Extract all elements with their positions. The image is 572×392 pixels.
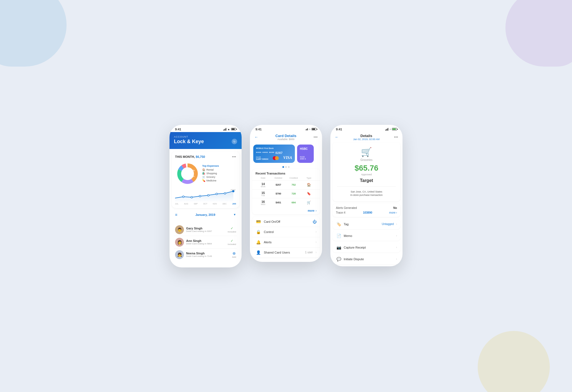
card-holder: GARY SINGH bbox=[256, 158, 268, 160]
card-detail-subtitle: Available: $889 bbox=[275, 138, 297, 141]
status-neena: ⊕ Add bbox=[232, 251, 236, 258]
trace-more-button[interactable]: more › bbox=[389, 211, 397, 214]
secondary-card-date: 01/22 bbox=[300, 156, 311, 158]
carousel-dot-3[interactable] bbox=[288, 166, 290, 168]
details-title: Details bbox=[353, 134, 379, 138]
more-dots-3[interactable]: ••• bbox=[394, 135, 398, 139]
memo-icon: 📄 bbox=[336, 234, 341, 238]
svg-text:2019: 2019 bbox=[231, 189, 236, 191]
account-info-ann: Ann Singh Debit Card ending in 5864 bbox=[186, 239, 226, 245]
svg-point-13 bbox=[207, 194, 209, 196]
donut-chart-area: 40% 20% 22% 8% 7% Top Expenses 🏠 Rental … bbox=[175, 161, 236, 186]
signal-icon-2 bbox=[306, 128, 308, 130]
status-label-gary: Included bbox=[228, 231, 236, 233]
nav-calendar-icon: ≡ bbox=[175, 213, 177, 217]
account-name: Lock & Keye bbox=[174, 139, 204, 145]
initiate-dispute-label: Initiate Dispute bbox=[344, 257, 394, 261]
time-1: 9:41 bbox=[175, 128, 181, 131]
shared-users-value: 1 user bbox=[305, 251, 313, 254]
carousel-dot-2[interactable] bbox=[285, 166, 287, 168]
legend-shopping: 🛍️ Shopping bbox=[202, 172, 236, 175]
secondary-card-bank: HSBC bbox=[300, 147, 311, 150]
background-blob-tr bbox=[505, 0, 572, 67]
capture-receipt-icon: 📷 bbox=[336, 245, 341, 250]
avatar-ann: 👩 bbox=[175, 238, 184, 247]
trans-row-2: 15 TUE $790 728 🔖 bbox=[252, 189, 320, 198]
detail-row-capture-receipt[interactable]: 📷 Capture Receipt › bbox=[333, 242, 400, 252]
trans-date-2: 15 TUE bbox=[255, 191, 271, 196]
menu-shared-users[interactable]: 👤 Shared Card Users 1 user › bbox=[252, 247, 320, 257]
nav-month-label: January, 2019 bbox=[195, 213, 215, 216]
monthly-dots-menu[interactable]: ••• bbox=[232, 155, 236, 159]
detail-row-initiate-dispute[interactable]: 💬 Initiate Dispute › bbox=[333, 254, 400, 264]
donut-chart: 40% 20% 22% 8% 7% bbox=[175, 161, 200, 186]
check-icon-ann: ✓ bbox=[231, 239, 233, 243]
detail-row-memo[interactable]: 📄 Memo › bbox=[333, 231, 400, 241]
back-button-2[interactable]: ← bbox=[254, 135, 258, 139]
account-list: 👨 Gary Singh Debit Card ending in 0287 ✓… bbox=[172, 221, 239, 263]
battery-icon bbox=[231, 128, 236, 130]
tag-value: Untagged bbox=[382, 222, 394, 226]
transaction-status: Approved bbox=[337, 173, 396, 176]
status-icons-2: ⌂ bbox=[306, 128, 317, 130]
card-menu-list: 💳 Card On/Off ⏻ 🔒 Control › 🔔 Alerts › 👤… bbox=[252, 217, 320, 257]
transaction-amount: $65.76 bbox=[337, 164, 396, 173]
shared-users-icon: 👤 bbox=[255, 250, 261, 255]
trans-debit-3: $451 bbox=[271, 201, 286, 204]
tag-label: Tag bbox=[344, 222, 379, 226]
transactions-title: Recent Transactions bbox=[252, 169, 320, 177]
shared-users-label: Shared Card Users bbox=[264, 251, 302, 254]
trans-credit-2: 728 bbox=[286, 192, 301, 195]
phone-details: 9:41 ⌂ ← Details Jan 02, 2019, 02:00 AM … bbox=[330, 125, 403, 266]
status-bar-1: 9:41 ▲ bbox=[169, 125, 242, 132]
trans-type-3: 🛒 bbox=[301, 201, 317, 204]
signal-icon-3 bbox=[385, 128, 388, 131]
chart-legend: Top Expenses 🏠 Rental 🛍️ Shopping 🛒 Groc… bbox=[202, 165, 236, 183]
transactions-more-button[interactable]: more › bbox=[252, 207, 320, 214]
top-expenses-label: Top Expenses bbox=[202, 165, 236, 167]
time-3: 9:41 bbox=[336, 128, 342, 131]
alerts-section: Alerts Generated No Trace #: 103890 more… bbox=[333, 204, 400, 217]
carousel-dot-1[interactable] bbox=[282, 166, 284, 168]
status-label-ann: Included bbox=[228, 243, 236, 246]
detail-action-list: 🏷️ Tag Untagged › 📄 Memo › 📷 Capture Rec… bbox=[333, 219, 400, 264]
alerts-label: Alerts bbox=[264, 241, 313, 244]
trace-value: 103890 bbox=[363, 211, 372, 214]
capture-receipt-label: Capture Receipt bbox=[344, 246, 394, 249]
detail-row-tag[interactable]: 🏷️ Tag Untagged › bbox=[333, 219, 400, 229]
status-icons-1: ▲ bbox=[223, 128, 236, 131]
transactions-section: Recent Transactions Date Debited Credite… bbox=[252, 169, 320, 214]
status-bar-3: 9:41 ⌂ bbox=[330, 125, 403, 132]
status-ann: ✓ Included bbox=[228, 239, 236, 246]
alerts-generated-row: Alerts Generated No bbox=[336, 206, 397, 209]
tag-icon: 🏷️ bbox=[336, 222, 341, 226]
background-blob-br bbox=[478, 331, 550, 392]
trans-debit-2: $790 bbox=[271, 192, 286, 195]
nav-chevron-icon[interactable]: ▼ bbox=[233, 213, 236, 216]
svg-point-14 bbox=[216, 193, 217, 195]
control-label: Control bbox=[264, 230, 313, 234]
monthly-title: THIS MONTH, $6,750 bbox=[175, 155, 205, 158]
transaction-location: San Jose, CA, United States In-store pur… bbox=[337, 190, 396, 197]
account-info-neena: Neena Singh Debit Card ending in 7149 bbox=[186, 252, 230, 257]
more-dots-2[interactable]: ••• bbox=[313, 135, 318, 139]
back-button-3[interactable]: ← bbox=[335, 135, 339, 139]
menu-alerts[interactable]: 🔔 Alerts › bbox=[252, 237, 320, 247]
month-navigator[interactable]: ≡ January, 2019 ▼ bbox=[172, 210, 239, 219]
phones-container: 9:41 ▲ ACCOUNT Lock & Keye ↻ bbox=[169, 125, 403, 267]
toggle-power-icon[interactable]: ⏻ bbox=[313, 219, 317, 224]
refresh-icon[interactable]: ↻ bbox=[232, 139, 237, 144]
trans-date-1: 14 MON bbox=[255, 182, 271, 188]
card-detail-title: Card Details bbox=[275, 134, 297, 138]
legend-medicine: 💊 Medicine bbox=[202, 179, 236, 182]
account-header: ACCOUNT Lock & Keye ↻ bbox=[169, 132, 242, 149]
account-item-ann: 👩 Ann Singh Debit Card ending in 5864 ✓ … bbox=[174, 236, 237, 249]
col-credited: Credited bbox=[286, 177, 301, 179]
menu-control[interactable]: 🔒 Control › bbox=[252, 227, 320, 237]
alerts-chevron-icon: › bbox=[316, 241, 317, 244]
avatar-gary: 👨 bbox=[175, 225, 184, 234]
card-bottom: 01/22 GARY SINGH VISA bbox=[256, 156, 292, 160]
avatar-neena: 👧 bbox=[175, 250, 184, 259]
svg-point-12 bbox=[199, 195, 201, 197]
menu-card-on-off[interactable]: 💳 Card On/Off ⏻ bbox=[252, 217, 320, 227]
